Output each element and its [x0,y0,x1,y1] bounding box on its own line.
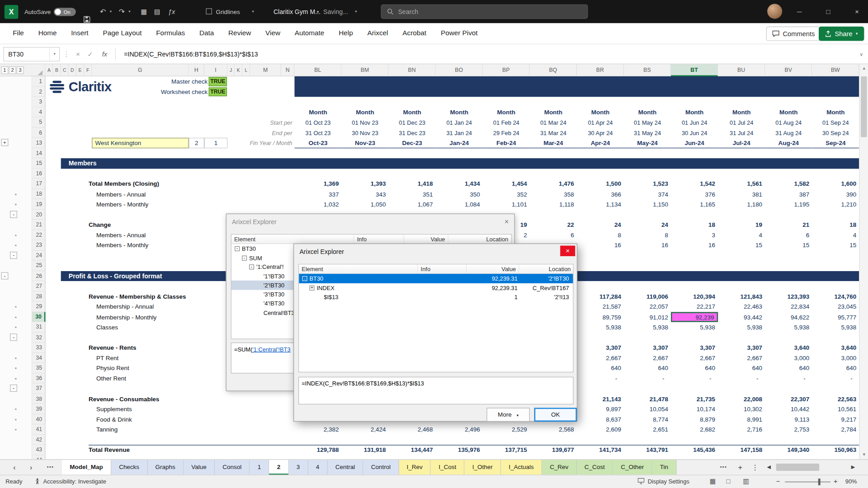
cell-BW4[interactable]: Month [812,107,859,117]
cell-I13[interactable]: 1 [204,138,227,148]
cell-BV36[interactable]: - [765,373,812,384]
cell-BV17[interactable]: 1,582 [765,179,812,189]
sheet-tab-c_other[interactable]: C_Other [613,460,652,475]
sheet-tab-c_rev[interactable]: C_Rev [542,460,577,475]
cell-BW6[interactable]: 30 Sep 24 [812,127,859,138]
cell-BP13[interactable]: Feb-24 [483,138,530,148]
paste-tool-icon[interactable]: ▤ [153,0,162,23]
cell-BO17[interactable]: 1,434 [436,179,483,189]
row-header-27[interactable]: 27 [32,281,45,291]
cell-H13[interactable]: 2 [189,138,204,148]
cell-BS28[interactable]: 119,006 [624,291,671,302]
cell-BS34[interactable]: 2,667 [624,353,671,363]
cell-BR6[interactable]: 30 Apr 24 [577,127,624,138]
cell-BN13[interactable]: Dec-23 [389,138,436,148]
new-sheet-button[interactable]: + [734,460,746,475]
cell-BV35[interactable]: 640 [765,363,812,373]
expand-formula-bar-icon[interactable]: ∨ [857,47,866,61]
column-header-K[interactable]: K [235,64,242,76]
collapse-icon[interactable]: - [249,264,254,269]
cell-BV41[interactable]: 2,753 [765,424,812,435]
cell-BS36[interactable]: - [624,373,671,384]
user-avatar[interactable] [767,4,782,19]
cell-BV33[interactable]: 3,640 [765,343,812,353]
cell-BP17[interactable]: 1,454 [483,179,530,189]
accessibility-status[interactable]: Accessibility: Investigate [43,475,106,488]
cell-BM19[interactable]: 1,050 [342,199,389,210]
dialog-title-bar[interactable]: Arixcel Explorer [294,244,577,259]
cell-BO4[interactable]: Month [436,107,483,117]
cell-BW33[interactable]: 3,640 [812,343,859,353]
vertical-scrollbar[interactable]: ▲ ▼ [859,64,868,459]
cell-BP6[interactable]: 29 Feb 24 [483,127,530,138]
ok-button[interactable]: OK [534,408,577,422]
cell-BS41[interactable]: 2,651 [624,424,671,435]
collapse-icon[interactable]: - [242,255,247,260]
cell-BO18[interactable]: 350 [436,189,483,199]
row-header-41[interactable]: 41 [32,424,45,435]
row-header-23[interactable]: 23 [32,240,45,250]
title-dropdown-icon[interactable]: ▾ [353,0,359,23]
confirm-entry-icon[interactable]: ✓ [85,47,95,61]
expand-icon[interactable]: + [309,286,314,291]
list-column-header-value[interactable]: Value [404,235,448,244]
collapse-group-icon[interactable]: - [10,333,17,341]
ribbon-tab-page-layout[interactable]: Page Layout [96,23,149,44]
cell-BN4[interactable]: Month [389,107,436,117]
cell-BQ4[interactable]: Month [530,107,577,117]
cell-BT13[interactable]: Jun-24 [671,138,718,148]
check-value-cell[interactable]: TRUE [209,87,227,96]
cell-BR36[interactable]: - [577,373,624,384]
cell-BW31[interactable]: 5,938 [812,322,859,333]
cell-BU30[interactable]: 93,442 [718,312,765,322]
cell-BQ18[interactable]: 358 [530,189,577,199]
column-header-E[interactable]: E [76,64,84,76]
column-header-BO[interactable]: BO [436,64,483,76]
column-header-BN[interactable]: BN [389,64,436,76]
cell-BS33[interactable]: 3,307 [624,343,671,353]
ribbon-tab-review[interactable]: Review [221,23,258,44]
redo-dropdown-icon[interactable]: ▾ [127,0,132,23]
cell-BW13[interactable]: Sep-24 [812,138,859,148]
cell-BV28[interactable]: 123,393 [765,291,812,302]
zoom-slider-thumb[interactable] [818,479,821,485]
sheet-tab-c_cost[interactable]: C_Cost [577,460,613,475]
ribbon-tab-view[interactable]: View [258,23,288,44]
display-settings-icon[interactable] [638,475,645,488]
restore-button[interactable]: □ [817,0,839,23]
cell-BM5[interactable]: 01 Nov 23 [342,117,389,128]
cell-BR38[interactable]: 21,143 [577,394,624,404]
row-header-39[interactable]: 39 [32,404,45,414]
share-button[interactable]: Share ▾ [819,27,864,41]
column-header-J[interactable]: J [227,64,235,76]
cell-BU43[interactable]: 147,158 [718,445,765,455]
cell-BV43[interactable]: 149,340 [765,445,812,455]
row-header-40[interactable]: 40 [32,414,45,425]
cell-BV5[interactable]: 01 Aug 24 [765,117,812,128]
column-header-I[interactable]: I [204,64,227,76]
cell-BW28[interactable]: 124,760 [812,291,859,302]
cell-BU35[interactable]: 640 [718,363,765,373]
tabs-more-right-icon[interactable]: ••• [715,460,732,475]
cell-BU38[interactable]: 22,008 [718,394,765,404]
cell-BS13[interactable]: May-24 [624,138,671,148]
close-icon[interactable]: × [505,214,509,230]
cell-BV21[interactable]: 21 [765,220,812,230]
expand-group-icon[interactable]: + [1,139,8,146]
cell-BL41[interactable]: 2,382 [294,424,341,435]
cell-BS40[interactable]: 8,774 [624,414,671,425]
cell-BV29[interactable]: 22,834 [765,301,812,312]
cell-BR34[interactable]: 2,667 [577,353,624,363]
cell-BP43[interactable]: 137,715 [483,445,530,455]
list-column-header-location[interactable]: Location [519,264,574,274]
cell-BL6[interactable]: 31 Oct 23 [294,127,341,138]
column-header-B[interactable]: B [53,64,61,76]
cell-BO5[interactable]: 01 Jan 24 [436,117,483,128]
row-header-6[interactable]: 6 [32,127,45,138]
cell-BS17[interactable]: 1,523 [624,179,671,189]
cell-BR30[interactable]: 89,759 [577,312,624,322]
cell-BS43[interactable]: 143,791 [624,445,671,455]
sheet-tab-i_other[interactable]: I_Other [465,460,501,475]
page-layout-view-icon[interactable]: □ [726,475,731,488]
ribbon-tab-acrobat[interactable]: Acrobat [395,23,434,44]
